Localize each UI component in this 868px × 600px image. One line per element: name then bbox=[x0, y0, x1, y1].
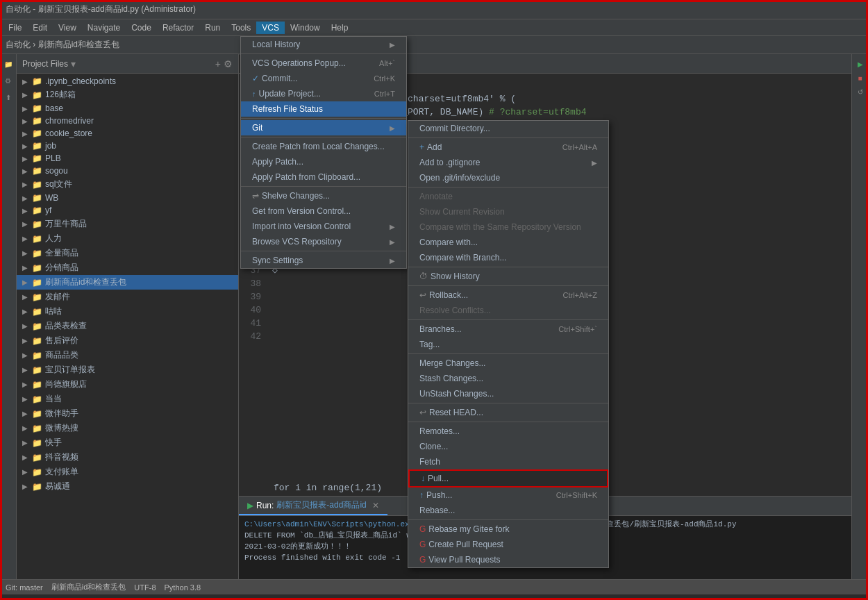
rerun-sidebar-icon[interactable]: ↺ bbox=[853, 85, 867, 99]
pull-icon: ↓ bbox=[421, 474, 425, 483]
tree-item-wb[interactable]: ▶📁 WB bbox=[17, 192, 238, 204]
tree-item-chromedriver[interactable]: ▶📁 chromedriver bbox=[17, 115, 238, 127]
menu-edit[interactable]: Edit bbox=[27, 22, 53, 34]
vcs-apply-patch[interactable]: Apply Patch... bbox=[241, 154, 406, 169]
git-rollback[interactable]: ↩ Rollback... Ctrl+Alt+Z bbox=[408, 288, 608, 303]
tree-item-fenxiao[interactable]: ▶📁 分销商品 bbox=[17, 260, 238, 275]
python-version: Python 3.8 bbox=[165, 583, 201, 592]
stop-sidebar-icon[interactable]: ■ bbox=[853, 71, 867, 85]
tree-item-pinlei[interactable]: ▶📁 品类表检查 bbox=[17, 319, 238, 333]
tree-item-zhifu[interactable]: ▶📁 支付账单 bbox=[17, 465, 238, 479]
vcs-local-history[interactable]: Local History ▶ bbox=[241, 37, 406, 52]
vcs-refresh-status[interactable]: Refresh File Status bbox=[241, 101, 406, 117]
menu-file[interactable]: File bbox=[3, 22, 27, 34]
commit-check-icon: ✓ bbox=[252, 74, 259, 83]
git-stash[interactable]: Stash Changes... bbox=[408, 371, 608, 386]
breadcrumb: 自动化 › 刷新商品id和检查丢包 bbox=[0, 36, 868, 54]
vcs-shelve[interactable]: ⇌ Shelve Changes... bbox=[241, 188, 406, 203]
git-tag[interactable]: Tag... bbox=[408, 337, 608, 352]
tree-item-sql[interactable]: ▶📁 sql文件 bbox=[17, 177, 238, 192]
git-merge[interactable]: Merge Changes... bbox=[408, 356, 608, 371]
vcs-operations-popup[interactable]: VCS Operations Popup... Alt+` bbox=[241, 56, 406, 71]
vcs-create-patch[interactable]: Create Patch from Local Changes... bbox=[241, 139, 406, 154]
tree-item-126[interactable]: ▶📁 126邮箱 bbox=[17, 88, 238, 102]
footer-code-line: for i in range(1,21) bbox=[274, 483, 382, 493]
vcs-browse-repo[interactable]: Browse VCS Repository ▶ bbox=[241, 234, 406, 249]
git-clone[interactable]: Clone... bbox=[408, 439, 608, 454]
tree-item-email[interactable]: ▶📁 发邮件 bbox=[17, 290, 238, 304]
tree-item-kuaishou[interactable]: ▶📁 快手 bbox=[17, 435, 238, 450]
run-tab[interactable]: ▶ Run: 刷新宝贝报表-add商品id ✕ bbox=[239, 497, 387, 515]
git-push[interactable]: ↑ Push... Ctrl+Shift+K bbox=[408, 488, 608, 503]
vcs-git[interactable]: Git ▶ Commit Directory... + Add Ctrl+Alt… bbox=[241, 120, 406, 135]
tree-item-douyin[interactable]: ▶📁 抖音视频 bbox=[17, 450, 238, 465]
menu-window[interactable]: Window bbox=[285, 22, 326, 34]
git-view-pr[interactable]: G View Pull Requests bbox=[408, 552, 608, 567]
settings-icon[interactable]: ⚙ bbox=[224, 58, 233, 69]
menu-run[interactable]: Run bbox=[199, 22, 226, 34]
status-bar: Git: master 刷新商品id和检查丢包 UTF-8 Python 3.8 bbox=[0, 579, 868, 594]
push-icon: ↑ bbox=[419, 490, 424, 500]
git-commit-dir[interactable]: Commit Directory... bbox=[408, 121, 608, 136]
menu-refactor[interactable]: Refactor bbox=[157, 22, 199, 34]
git-open-exclude[interactable]: Open .git/info/exclude bbox=[408, 170, 608, 185]
tree-item-baobei[interactable]: ▶📁 宝贝订单报表 bbox=[17, 362, 238, 377]
menu-view[interactable]: View bbox=[53, 22, 82, 34]
tree-item-plb[interactable]: ▶📁 PLB bbox=[17, 152, 238, 165]
tree-item-dangdang[interactable]: ▶📁 当当 bbox=[17, 392, 238, 406]
vcs-import-vcs[interactable]: Import into Version Control ▶ bbox=[241, 219, 406, 234]
vcs-apply-patch-clipboard[interactable]: Apply Patch from Clipboard... bbox=[241, 169, 406, 185]
add-file-icon[interactable]: + bbox=[215, 58, 221, 69]
git-add[interactable]: + Add Ctrl+Alt+A bbox=[408, 140, 608, 155]
vcs-get-vcs[interactable]: Get from Version Control... bbox=[241, 203, 406, 219]
git-show-history[interactable]: ⏱ Show History bbox=[408, 269, 608, 284]
menu-tools[interactable]: Tools bbox=[226, 22, 256, 34]
tree-item-weibo[interactable]: ▶📁 微博热搜 bbox=[17, 421, 238, 435]
menu-vcs[interactable]: VCS bbox=[256, 22, 285, 34]
menu-help[interactable]: Help bbox=[326, 22, 354, 34]
tree-item-shangde[interactable]: ▶📁 尚德旗舰店 bbox=[17, 377, 238, 392]
git-rebase-fork[interactable]: G Rebase my Gitee fork bbox=[408, 522, 608, 537]
git-compare-with[interactable]: Compare with... bbox=[408, 235, 608, 250]
tree-item-renli[interactable]: ▶📁 人力 bbox=[17, 231, 238, 246]
tree-item-yf[interactable]: ▶📁 yf bbox=[17, 204, 238, 217]
git-reset-head[interactable]: ↩ Reset HEAD... bbox=[408, 405, 608, 420]
git-unstash[interactable]: UnStash Changes... bbox=[408, 386, 608, 401]
commit-icon[interactable]: ⬆ bbox=[1, 90, 15, 104]
git-compare-branch[interactable]: Compare with Branch... bbox=[408, 250, 608, 265]
tree-item-weiban[interactable]: ▶📁 微伴助手 bbox=[17, 406, 238, 421]
git-pull[interactable]: ↓ Pull... bbox=[408, 469, 608, 488]
menu-navigate[interactable]: Navigate bbox=[82, 22, 126, 34]
vcs-commit[interactable]: ✓ Commit... Ctrl+K bbox=[241, 71, 406, 86]
tree-item-sogou[interactable]: ▶📁 sogou bbox=[17, 165, 238, 177]
title-bar: 自动化 - 刷新宝贝报表-add商品id.py (Administrator) bbox=[0, 0, 868, 19]
tree-item-refresh[interactable]: ▶📁 刷新商品id和检查丢包 bbox=[17, 275, 238, 290]
structure-icon[interactable]: ⚙ bbox=[1, 74, 15, 88]
git-add-gitignore[interactable]: Add to .gitignore ▶ bbox=[408, 155, 608, 170]
tree-item-wanliniu[interactable]: ▶📁 万里牛商品 bbox=[17, 217, 238, 231]
git-branches[interactable]: Branches... Ctrl+Shift+` bbox=[408, 322, 608, 337]
run-close-icon[interactable]: ✕ bbox=[372, 501, 379, 510]
project-icon[interactable]: 📁 bbox=[1, 57, 15, 71]
run-name: 刷新宝贝报表-add商品id bbox=[276, 499, 366, 511]
git-rebase[interactable]: Rebase... bbox=[408, 503, 608, 518]
separator-1 bbox=[241, 53, 406, 54]
tree-item-shouhou[interactable]: ▶📁 售后评价 bbox=[17, 333, 238, 348]
menu-code[interactable]: Code bbox=[126, 22, 157, 34]
tree-item-checkpoints[interactable]: ▶📁 .ipynb_checkpoints bbox=[17, 75, 238, 88]
tree-item-shangpin[interactable]: ▶📁 商品品类 bbox=[17, 348, 238, 362]
vcs-update-project[interactable]: ↑ Update Project... Ctrl+T bbox=[241, 86, 406, 101]
tree-item-gugu[interactable]: ▶📁 咕咕 bbox=[17, 304, 238, 319]
vcs-sync-settings[interactable]: Sync Settings ▶ bbox=[241, 253, 406, 268]
tree-item-job[interactable]: ▶📁 job bbox=[17, 140, 238, 152]
tree-item-cookie[interactable]: ▶📁 cookie_store bbox=[17, 127, 238, 140]
tree-item-base[interactable]: ▶📁 base bbox=[17, 102, 238, 115]
git-fetch[interactable]: Fetch bbox=[408, 454, 608, 469]
tree-item-quanliang[interactable]: ▶📁 全量商品 bbox=[17, 246, 238, 260]
run-sidebar-icon[interactable]: ▶ bbox=[853, 57, 867, 71]
tree-item-yichengtong[interactable]: ▶📁 易诚通 bbox=[17, 479, 238, 494]
panel-dropdown-icon[interactable]: ▾ bbox=[71, 58, 76, 69]
git-remotes[interactable]: Remotes... bbox=[408, 424, 608, 439]
git-create-pr[interactable]: G Create Pull Request bbox=[408, 537, 608, 552]
rollback-icon: ↩ bbox=[419, 290, 426, 300]
